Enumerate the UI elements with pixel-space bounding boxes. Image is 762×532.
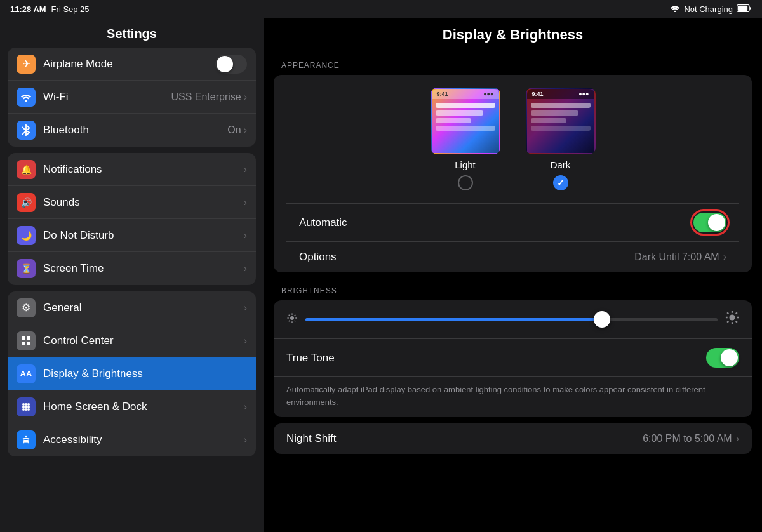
notifications-icon: 🔔 [17,160,36,179]
airplane-mode-icon: ✈ [17,55,36,74]
appearance-card: 9:41 ●●● Light [274,75,752,272]
wifi-icon [670,4,680,14]
appearance-option-dark[interactable]: 9:41 ●●● Dark [526,88,596,190]
dark-status-bar: 9:41 ●●● [527,89,594,99]
svg-point-27 [729,314,735,320]
brightness-slider-thumb[interactable] [594,311,610,328]
brightness-low-icon [286,312,298,327]
svg-rect-6 [22,342,25,345]
wifi-value: USS Enterprise [171,91,241,103]
sidebar-item-general[interactable]: ⚙ General › [8,291,256,324]
bluetooth-icon [17,121,36,140]
svg-point-3 [25,100,27,102]
status-bar: 11:28 AM Fri Sep 25 Not Charging [0,0,762,18]
automatic-toggle[interactable] [693,213,726,232]
sidebar-item-sounds[interactable]: 🔊 Sounds › [8,186,256,219]
do-not-disturb-icon: 🌙 [17,226,36,245]
accessibility-icon [17,430,36,449]
home-screen-label: Home Screen & Dock [43,401,244,413]
true-tone-description: Automatically adapt iPad display based o… [274,376,752,417]
svg-point-15 [25,408,27,411]
true-tone-toggle[interactable] [706,348,739,368]
dark-content [527,99,594,153]
dark-thumbnail: 9:41 ●●● [526,88,596,154]
options-value: Dark Until 7:00 AM [634,251,719,263]
brightness-slider-track[interactable] [305,318,718,321]
dark-bar-4 [531,126,591,131]
sidebar-item-notifications[interactable]: 🔔 Notifications › [8,153,256,186]
general-icon: ⚙ [17,298,36,317]
svg-rect-5 [27,336,30,340]
sidebar-item-accessibility[interactable]: Accessibility › [8,423,256,456]
sidebar-item-do-not-disturb[interactable]: 🌙 Do Not Disturb › [8,219,256,252]
true-tone-label: True Tone [286,352,706,364]
svg-line-24 [295,320,296,321]
svg-point-8 [22,403,25,406]
automatic-row: Automatic [286,203,739,241]
dark-bar-3 [531,118,566,123]
sounds-icon: 🔊 [17,193,36,212]
svg-rect-7 [27,342,30,345]
appearance-options: 9:41 ●●● Light [286,88,739,203]
automatic-toggle-wrapper [693,213,726,232]
svg-point-11 [22,406,25,408]
sounds-chevron: › [244,197,247,208]
general-label: General [43,302,244,314]
notifications-chevron: › [244,164,247,175]
brightness-high-icon [725,310,739,328]
general-chevron: › [244,302,247,314]
sidebar-title: Settings [0,18,264,48]
options-row[interactable]: Options Dark Until 7:00 AM › [286,241,739,272]
svg-rect-2 [738,5,747,11]
svg-point-18 [290,316,294,320]
svg-point-14 [22,408,25,411]
control-center-icon [17,331,36,350]
svg-point-10 [27,403,30,406]
sidebar-item-wifi[interactable]: Wi-Fi USS Enterprise › [8,81,256,114]
bluetooth-chevron: › [244,124,247,136]
svg-line-33 [736,321,737,323]
appearance-option-light[interactable]: 9:41 ●●● Light [431,88,500,190]
brightness-card: True Tone Automatically adapt iPad displ… [274,300,752,417]
screen-time-chevron: › [244,263,247,274]
sidebar-item-display-brightness[interactable]: AA Display & Brightness [8,357,256,390]
sidebar: Settings ✈ Airplane Mode Wi-Fi [0,18,264,532]
svg-point-16 [27,408,30,411]
sidebar-item-bluetooth[interactable]: Bluetooth On › [8,114,256,147]
notifications-label: Notifications [43,163,244,176]
do-not-disturb-chevron: › [244,230,247,241]
display-brightness-label: Display & Brightness [43,368,247,380]
sidebar-item-screen-time[interactable]: ⏳ Screen Time › [8,252,256,285]
svg-line-34 [736,312,737,314]
control-center-chevron: › [244,335,247,347]
dark-radio[interactable] [553,175,568,190]
wifi-label: Wi-Fi [43,91,171,103]
sounds-label: Sounds [43,196,244,209]
sidebar-item-control-center[interactable]: Control Center › [8,324,256,357]
light-bar-4 [436,126,495,131]
night-shift-card: Night Shift 6:00 PM to 5:00 AM › [274,423,752,454]
night-shift-label: Night Shift [286,432,643,445]
status-date: Fri Sep 25 [51,4,90,14]
svg-point-12 [25,406,27,408]
svg-line-23 [289,314,290,316]
night-shift-chevron: › [736,433,739,444]
light-radio[interactable] [458,175,473,190]
appearance-section-label: APPEARANCE [264,61,762,75]
night-shift-row[interactable]: Night Shift 6:00 PM to 5:00 AM › [274,423,752,454]
accessibility-label: Accessibility [43,434,244,446]
settings-group-system1: 🔔 Notifications › 🔊 Sounds › 🌙 Do Not Di… [8,153,256,285]
true-tone-toggle-knob [721,349,738,366]
airplane-mode-toggle[interactable] [215,55,247,74]
svg-line-26 [289,320,290,321]
settings-group-connectivity: ✈ Airplane Mode Wi-Fi USS Enterprise › [8,48,256,147]
bluetooth-label: Bluetooth [43,124,227,136]
sidebar-item-airplane-mode[interactable]: ✈ Airplane Mode [8,48,256,81]
automatic-toggle-knob [708,214,725,231]
battery-status: Not Charging [684,4,733,14]
light-status-bar: 9:41 ●●● [432,89,499,99]
brightness-slider-fill [305,318,602,321]
screen-time-icon: ⏳ [17,259,36,278]
sidebar-item-home-screen[interactable]: Home Screen & Dock › [8,390,256,423]
svg-point-9 [25,403,27,406]
